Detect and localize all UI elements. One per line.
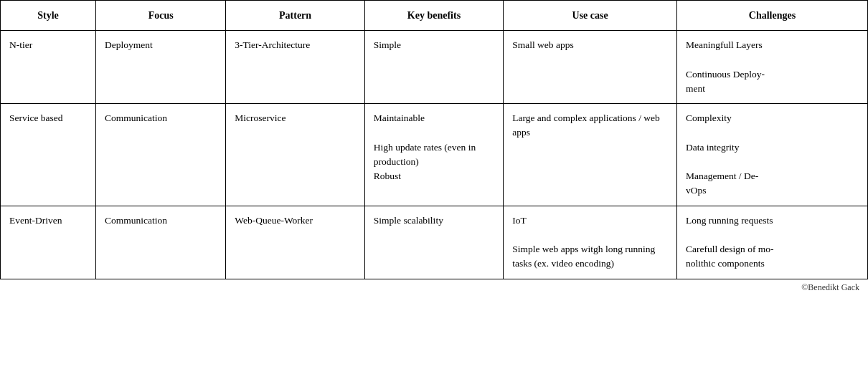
cell-usecase-2: Large and complex applications / web app… [504, 104, 677, 206]
challenges-label-3: Long running requestsCarefull design of … [686, 215, 774, 269]
benefits-label-3: Simple scalability [374, 215, 443, 226]
pattern-label-3: Web-Queue-Worker [235, 215, 313, 226]
focus-label-1: Deployment [105, 39, 153, 50]
cell-focus-2: Communication [95, 104, 225, 206]
table-row: Service based Communication Microservice… [1, 104, 868, 206]
header-key-benefits: Key benefits [364, 1, 503, 31]
cell-focus-1: Deployment [95, 31, 225, 104]
header-use-case: Use case [504, 1, 677, 31]
focus-label-2: Communication [105, 112, 167, 123]
style-label-2: Service based [9, 112, 63, 123]
header-challenges: Challenges [677, 1, 868, 31]
table-row: Event-Driven Communication Web-Queue-Wor… [1, 206, 868, 279]
cell-style-1: N-tier [1, 31, 96, 104]
header-pattern: Pattern [226, 1, 364, 31]
pattern-label-1: 3-Tier-Architecture [235, 39, 310, 50]
cell-usecase-3: IoTSimple web apps witgh long running ta… [504, 206, 677, 279]
focus-label-3: Communication [105, 215, 167, 226]
architecture-table: Style Focus Pattern Key benefits Use cas… [0, 0, 868, 279]
style-label-3: Event-Driven [9, 215, 62, 226]
cell-usecase-1: Small web apps [504, 31, 677, 104]
pattern-label-2: Microservice [235, 112, 286, 123]
usecase-label-2: Large and complex applications / web app… [512, 112, 660, 138]
header-style: Style [1, 1, 96, 31]
benefits-label-2: MaintainableHigh update rates (even in p… [374, 112, 476, 181]
cell-benefits-3: Simple scalability [364, 206, 503, 279]
usecase-label-3: IoTSimple web apps witgh long running ta… [512, 215, 655, 269]
style-label-1: N-tier [9, 39, 32, 50]
cell-focus-3: Communication [95, 206, 225, 279]
cell-benefits-1: Simple [364, 31, 503, 104]
cell-pattern-3: Web-Queue-Worker [226, 206, 364, 279]
cell-challenges-3: Long running requestsCarefull design of … [677, 206, 868, 279]
table-row: N-tier Deployment 3-Tier-Architecture Si… [1, 31, 868, 104]
cell-style-2: Service based [1, 104, 96, 206]
header-focus: Focus [95, 1, 225, 31]
table-wrapper: Style Focus Pattern Key benefits Use cas… [0, 0, 868, 279]
copyright-text: ©Benedikt Gack [801, 282, 859, 292]
challenges-label-1: Meaningfull LayersContinuous Deploy-ment [686, 39, 765, 94]
header-row: Style Focus Pattern Key benefits Use cas… [1, 1, 868, 31]
cell-challenges-2: ComplexityData integrityManagement / De-… [677, 104, 868, 206]
cell-style-3: Event-Driven [1, 206, 96, 279]
benefits-label-1: Simple [374, 39, 401, 50]
cell-pattern-2: Microservice [226, 104, 364, 206]
cell-pattern-1: 3-Tier-Architecture [226, 31, 364, 104]
challenges-label-2: ComplexityData integrityManagement / De-… [686, 112, 758, 196]
copyright-row: ©Benedikt Gack [0, 279, 868, 294]
cell-challenges-1: Meaningfull LayersContinuous Deploy-ment [677, 31, 868, 104]
usecase-label-1: Small web apps [512, 39, 574, 50]
cell-benefits-2: MaintainableHigh update rates (even in p… [364, 104, 503, 206]
